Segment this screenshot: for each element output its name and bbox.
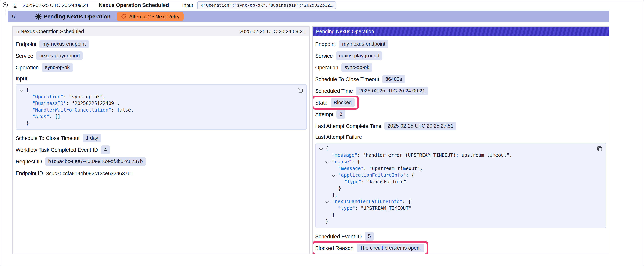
json-text: : "UPSTREAM_TIMEOUT": [355, 205, 412, 211]
json-text: : {: [406, 172, 414, 178]
field-row: Last Attempt Complete Time2025-02-25 UTC…: [315, 122, 606, 130]
field-value-chip: The circuit breaker is open.: [357, 244, 424, 252]
field-value-chip: 1 day: [83, 134, 101, 142]
field-value-chip: my-nexus-endpoint: [40, 40, 89, 48]
json-text: : {: [352, 159, 360, 165]
event-id-link[interactable]: 5: [14, 2, 16, 8]
timeline-dotted-connector: [5, 9, 6, 23]
scheduled-panel-body: Endpointmy-nexus-endpointServicenexus-pl…: [13, 36, 309, 177]
json-line: "message": "handler error (UPSTREAM_TIME…: [316, 152, 592, 159]
field-row: Scheduled Time2025-02-25 UTC 20:24:09.21: [315, 87, 606, 95]
field-row: Schedule To Close Timeout86400s: [315, 75, 606, 84]
field-row: Blocked ReasonThe circuit breaker is ope…: [315, 244, 606, 252]
event-id-link[interactable]: 5: [12, 14, 15, 19]
panel-title: 5 Nexus Operation Scheduled: [16, 28, 84, 34]
retry-icon: [121, 14, 126, 19]
field-label: Endpoint: [315, 41, 336, 47]
field-label: State: [315, 100, 328, 106]
json-key: "message": [332, 152, 357, 158]
event-row-nexus-operation-scheduled[interactable]: 5 2025-02-25 UTC 20:24:09.21 Nexus Opera…: [8, 1, 609, 10]
panel-title: Pending Nexus Operation: [316, 28, 374, 34]
json-key: "type": [344, 179, 361, 184]
field-row: Servicenexus-playground: [16, 52, 306, 60]
json-text: }: [326, 219, 328, 224]
retry-badge-label: Attempt 2 • Next Retry: [129, 14, 180, 19]
field-label: Scheduled Event ID: [315, 233, 362, 239]
field-label: Blocked Reason: [315, 245, 354, 251]
json-key: "Operation": [32, 94, 63, 99]
field-value-chip: Blocked: [330, 99, 355, 107]
json-line: "message": "upstream timeout",: [316, 165, 592, 172]
json-text: : false,: [111, 107, 134, 113]
field-value-chip: 2025-02-25 UTC 20:24:09.21: [356, 87, 428, 95]
collapse-chevron-icon[interactable]: [325, 199, 329, 203]
field-row: Request IDb1c6a4bc-8ee7-468a-9169-df3b02…: [16, 157, 306, 166]
field-row: StateBlocked: [315, 98, 606, 107]
json-key: "Args": [32, 114, 49, 119]
field-label: Attempt: [315, 111, 333, 117]
json-line: {: [16, 87, 292, 94]
json-line: "type": "NexusFailure": [316, 179, 592, 185]
event-name: Nexus Operation Scheduled: [99, 2, 169, 8]
json-text: }: [332, 212, 335, 218]
field-value-chip: sync-op-ok: [342, 63, 372, 72]
field-label: Last Attempt Complete Time: [315, 123, 381, 129]
scheduled-event-detail-panel: 5 Nexus Operation Scheduled 2025-02-25 U…: [12, 26, 309, 254]
field-value-chip: 86400s: [382, 75, 405, 84]
field-value-chip: 5: [365, 232, 374, 241]
json-key: "HandlerWaitForCancellation": [32, 107, 111, 113]
field-label: Schedule To Close Timeout: [315, 76, 379, 82]
json-text: {: [326, 146, 328, 151]
json-text: }: [338, 186, 341, 191]
pending-operation-detail-panel: Pending Nexus Operation Endpointmy-nexus…: [312, 26, 609, 254]
json-text: {: [26, 87, 29, 93]
field-row: Schedule To Close Timeout1 day: [16, 134, 306, 142]
scheduled-panel-header: 5 Nexus Operation Scheduled 2025-02-25 U…: [13, 27, 309, 36]
pending-asterisk-icon: [35, 13, 42, 20]
copy-icon[interactable]: [297, 87, 303, 93]
collapse-chevron-icon[interactable]: [319, 146, 323, 150]
json-line: {: [316, 145, 592, 152]
json-viewer: {"message": "handler error (UPSTREAM_TIM…: [315, 143, 606, 228]
json-line: }: [16, 120, 292, 127]
field-value-link[interactable]: 3c0c75ccfa8144b092c13ce632463761: [46, 170, 133, 176]
field-value-chip: b1c6a4bc-8ee7-468a-9169-df3b02c8737b: [45, 157, 146, 166]
event-timestamp: 2025-02-25 UTC 20:24:09.21: [22, 2, 88, 8]
panel-timestamp: 2025-02-25 UTC 20:24:09.21: [240, 28, 306, 34]
collapse-chevron-icon[interactable]: [19, 88, 23, 92]
json-line: "applicationFailureInfo": {: [316, 172, 592, 179]
json-text: : []: [49, 114, 60, 119]
field-value-chip: nexus-playground: [36, 52, 83, 60]
json-line: }: [316, 212, 592, 218]
json-key: "cause": [332, 159, 352, 165]
field-row: Scheduled Event ID5: [315, 232, 606, 241]
json-line: "cause": {: [316, 159, 592, 165]
input-preview-chip[interactable]: {"Operation":"sync-op-ok","BusinessID":"…: [197, 1, 336, 9]
field-label: Schedule To Close Timeout: [16, 135, 80, 141]
json-text: : "handler error (UPSTREAM_TIMEOUT): ups…: [357, 152, 512, 158]
json-text: : "NexusFailure": [361, 179, 406, 184]
copy-icon[interactable]: [597, 146, 602, 151]
field-value-chip: my-nexus-endpoint: [339, 40, 388, 48]
field-label: Request ID: [16, 159, 42, 164]
input-label: Input: [182, 3, 193, 8]
json-key: "type": [338, 205, 355, 211]
field-label: Service: [16, 53, 33, 59]
field-row: Operationsync-op-ok: [315, 63, 606, 72]
json-line: "nexusHandlerFailureInfo": {: [316, 198, 592, 205]
json-line: }: [316, 218, 592, 225]
collapse-chevron-icon[interactable]: [325, 160, 329, 164]
event-timeline-gutter: [0, 1, 8, 51]
field-row: Workflow Task Completed Event ID4: [16, 145, 306, 154]
json-text: : "sync-op-ok",: [63, 94, 106, 99]
json-key: "message": [338, 166, 364, 171]
json-key: "nexusHandlerFailureInfo": [332, 199, 402, 204]
field-label: Operation: [315, 65, 338, 70]
field-label: Workflow Task Completed Event ID: [16, 147, 98, 153]
json-line: "Args": []: [16, 114, 292, 120]
collapse-chevron-icon[interactable]: [331, 173, 335, 177]
field-label: Last Attempt Failure: [315, 133, 606, 141]
pending-nexus-operation-row[interactable]: 5 Pending Nexus Operation Attempt: [8, 11, 609, 22]
pending-panel-body: Endpointmy-nexus-endpointServicenexus-pl…: [312, 36, 608, 252]
retry-attempt-badge: Attempt 2 • Next Retry: [117, 12, 184, 21]
